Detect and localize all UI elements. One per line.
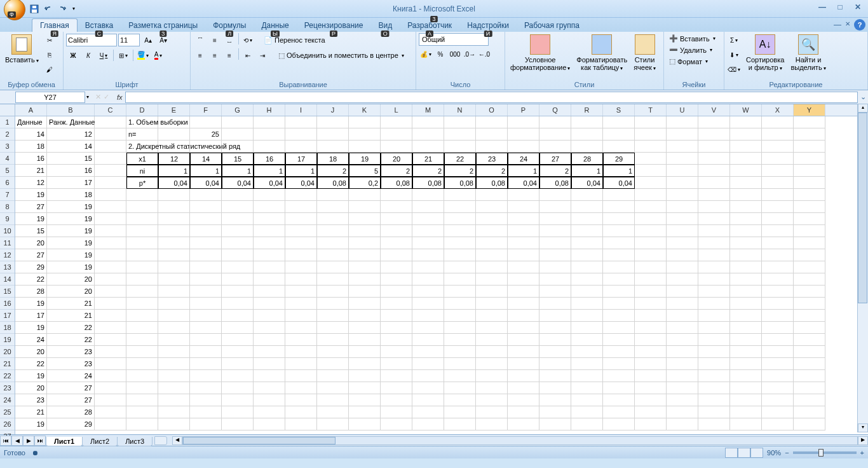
cell-V4[interactable] [698, 153, 730, 165]
horizontal-scrollbar[interactable]: ◀ ▶ [172, 436, 868, 446]
cell-J1[interactable] [317, 116, 349, 128]
cell-F12[interactable] [190, 249, 222, 261]
cell-T26[interactable] [635, 418, 667, 430]
sort-filter-button[interactable]: A↓Сортировка и фильтр [743, 33, 787, 73]
cell-B5[interactable]: 16 [47, 165, 95, 177]
cell-L22[interactable] [381, 370, 412, 382]
cell-W14[interactable] [730, 273, 762, 286]
cell-L6[interactable]: 0,08 [381, 177, 412, 189]
cell-O19[interactable] [476, 334, 508, 346]
cell-M10[interactable] [412, 225, 444, 237]
paste-button[interactable]: Вставить [3, 33, 41, 65]
cell-N17[interactable] [444, 310, 476, 322]
cell-U21[interactable] [667, 358, 698, 370]
cell-C1[interactable] [95, 116, 126, 128]
cell-E8[interactable] [158, 201, 190, 213]
cell-T25[interactable] [635, 406, 667, 418]
cell-T6[interactable] [635, 177, 667, 189]
cell-A14[interactable]: 22 [15, 273, 47, 286]
cell-I17[interactable] [285, 310, 317, 322]
cell-P20[interactable] [508, 346, 539, 358]
cell-Q24[interactable] [539, 394, 571, 406]
cell-P24[interactable] [508, 394, 539, 406]
font-color-button[interactable]: A [151, 48, 165, 62]
cell-F4[interactable]: 14 [190, 153, 222, 165]
column-header-I[interactable]: I [285, 104, 317, 116]
cell-A25[interactable]: 21 [15, 406, 47, 418]
cell-H8[interactable] [254, 201, 285, 213]
cell-P4[interactable]: 24 [508, 153, 539, 165]
cell-V7[interactable] [698, 189, 730, 201]
cell-T23[interactable] [635, 382, 667, 394]
cell-A19[interactable]: 24 [15, 334, 47, 346]
cell-Y14[interactable] [794, 273, 825, 286]
cell-E13[interactable] [158, 261, 190, 273]
cell-C5[interactable] [95, 165, 126, 177]
increase-indent-button[interactable]: ⇥ [255, 48, 269, 62]
cell-H1[interactable] [254, 116, 285, 128]
increase-font-button[interactable]: A▴ [141, 33, 155, 47]
zoom-level[interactable]: 90% [767, 449, 781, 457]
maximize-button[interactable]: □ [832, 1, 848, 13]
cell-W16[interactable] [730, 298, 762, 310]
cell-I8[interactable] [285, 201, 317, 213]
cell-G19[interactable] [222, 334, 254, 346]
cell-M22[interactable] [412, 370, 444, 382]
cell-W10[interactable] [730, 225, 762, 237]
cell-E16[interactable] [158, 298, 190, 310]
cell-N9[interactable] [444, 213, 476, 225]
cell-C10[interactable] [95, 225, 126, 237]
cell-S2[interactable] [603, 128, 635, 141]
cell-G18[interactable] [222, 322, 254, 334]
cell-B25[interactable]: 28 [47, 406, 95, 418]
cell-H2[interactable] [254, 128, 285, 141]
cell-V24[interactable] [698, 394, 730, 406]
cell-V6[interactable] [698, 177, 730, 189]
cell-Y11[interactable] [794, 237, 825, 249]
cell-T1[interactable] [635, 116, 667, 128]
cell-X16[interactable] [762, 298, 794, 310]
cell-L2[interactable] [381, 128, 412, 141]
cell-U4[interactable] [667, 153, 698, 165]
cell-N22[interactable] [444, 370, 476, 382]
cell-D10[interactable] [126, 225, 158, 237]
cell-Q8[interactable] [539, 201, 571, 213]
cell-E4[interactable]: 12 [158, 153, 190, 165]
cell-Q12[interactable] [539, 249, 571, 261]
cell-Q5[interactable]: 2 [539, 165, 571, 177]
row-header-25[interactable]: 25 [0, 406, 15, 418]
cell-J16[interactable] [317, 298, 349, 310]
cell-M26[interactable] [412, 418, 444, 430]
cell-B9[interactable]: 19 [47, 213, 95, 225]
cell-K16[interactable] [349, 298, 381, 310]
tab-Разработчик[interactable]: РазработчикА [400, 19, 459, 32]
cell-O6[interactable]: 0,08 [476, 177, 508, 189]
cell-I19[interactable] [285, 334, 317, 346]
cell-J26[interactable] [317, 418, 349, 430]
cell-F26[interactable] [190, 418, 222, 430]
cell-W19[interactable] [730, 334, 762, 346]
cell-L23[interactable] [381, 382, 412, 394]
row-header-5[interactable]: 5 [0, 165, 15, 177]
cell-C22[interactable] [95, 370, 126, 382]
cell-F1[interactable] [190, 116, 222, 128]
name-box[interactable] [15, 92, 85, 103]
cell-U25[interactable] [667, 406, 698, 418]
cell-M4[interactable]: 21 [412, 153, 444, 165]
cell-E7[interactable] [158, 189, 190, 201]
cell-J3[interactable] [317, 141, 349, 153]
cell-T20[interactable] [635, 346, 667, 358]
fill-color-button[interactable]: 🪣 [136, 48, 150, 62]
cell-F21[interactable] [190, 358, 222, 370]
cell-S13[interactable] [603, 261, 635, 273]
cell-W21[interactable] [730, 358, 762, 370]
cell-N15[interactable] [444, 286, 476, 298]
cell-N25[interactable] [444, 406, 476, 418]
cell-Y9[interactable] [794, 213, 825, 225]
cell-A5[interactable]: 21 [15, 165, 47, 177]
cell-G7[interactable] [222, 189, 254, 201]
cell-U2[interactable] [667, 128, 698, 141]
cell-W20[interactable] [730, 346, 762, 358]
cell-I10[interactable] [285, 225, 317, 237]
cell-Y25[interactable] [794, 406, 825, 418]
